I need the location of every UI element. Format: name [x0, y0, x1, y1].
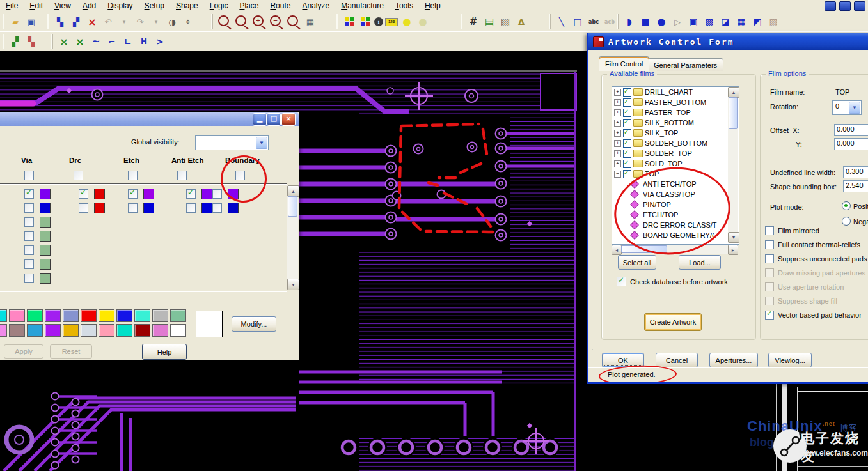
- menu-item[interactable]: Manufacture: [335, 1, 390, 11]
- cancel-button[interactable]: Cancel: [656, 353, 698, 367]
- dialog-titlebar[interactable]: Artwork Control Form: [588, 33, 868, 50]
- open-icon[interactable]: ▰: [8, 15, 22, 29]
- rect-icon[interactable]: □: [571, 15, 585, 29]
- film-select-checkbox[interactable]: [623, 170, 631, 178]
- text-disabled-icon[interactable]: acb: [603, 15, 617, 29]
- visibility-checkbox[interactable]: [212, 203, 222, 213]
- palette-color[interactable]: [27, 309, 43, 322]
- show-element-icon[interactable]: i: [374, 17, 383, 26]
- tree-expander-icon[interactable]: +: [614, 140, 621, 147]
- color-swatch[interactable]: [40, 203, 51, 213]
- menu-item[interactable]: Display: [102, 1, 138, 11]
- spread-icon[interactable]: ⌐: [105, 35, 119, 49]
- unrats-icon[interactable]: ×: [57, 35, 71, 49]
- palette-color[interactable]: [99, 324, 114, 337]
- selected-color-swatch[interactable]: [196, 311, 223, 337]
- drc-all-checkbox[interactable]: [74, 171, 83, 180]
- visibility-checkbox[interactable]: [128, 203, 138, 213]
- shape-add-icon[interactable]: ▣: [686, 15, 700, 29]
- film-option-row[interactable]: Full contact thermal-reliefs: [765, 240, 867, 249]
- option-checkbox[interactable]: [765, 311, 774, 320]
- palette-color[interactable]: [0, 324, 7, 337]
- close-button[interactable]: ×: [281, 113, 296, 126]
- copy-icon[interactable]: ▞: [69, 15, 83, 29]
- option-checkbox[interactable]: [765, 254, 774, 263]
- palette-color[interactable]: [170, 324, 186, 337]
- shape-void-icon[interactable]: ◩: [750, 15, 764, 29]
- boundary-all-checkbox[interactable]: [235, 171, 245, 180]
- zoom-in-icon[interactable]: +: [253, 15, 264, 26]
- hatch-disabled-icon[interactable]: ▨: [766, 15, 780, 29]
- film-option-row[interactable]: Use aperture rotation: [765, 282, 867, 291]
- dialog-titlebar[interactable]: ▁ □ ×: [0, 112, 299, 126]
- chevron-down-icon[interactable]: ▼: [849, 102, 860, 114]
- scroll-down-icon[interactable]: ▼: [728, 232, 739, 243]
- visibility-checkbox[interactable]: [24, 231, 34, 241]
- minimize-button[interactable]: ▁: [253, 113, 267, 126]
- shape-circle-icon[interactable]: ●: [654, 15, 668, 29]
- visibility-checkbox[interactable]: [212, 189, 222, 199]
- text-icon[interactable]: abc: [587, 15, 601, 29]
- etch-all-checkbox[interactable]: [128, 171, 138, 180]
- shape-arc-icon[interactable]: ◗: [622, 15, 636, 29]
- shape-bounding-box-field[interactable]: 2.540: [843, 180, 868, 192]
- film-select-checkbox[interactable]: [623, 129, 631, 137]
- film-option-row[interactable]: Film mirrored: [765, 226, 867, 235]
- visibility-checkbox[interactable]: [24, 245, 34, 255]
- tree-expander-icon[interactable]: +: [614, 99, 621, 106]
- tab-film-control[interactable]: Film Control: [599, 56, 649, 71]
- redo-icon[interactable]: ↷: [133, 15, 147, 29]
- apply-button[interactable]: Apply: [4, 344, 43, 359]
- color-swatch[interactable]: [40, 217, 51, 228]
- visibility-checkbox[interactable]: [24, 189, 34, 199]
- undefined-line-width-field[interactable]: 0.300: [843, 166, 868, 178]
- film-tree-item[interactable]: ETCH/TOP: [612, 210, 739, 220]
- tree-expander-icon[interactable]: +: [614, 150, 621, 157]
- menu-item[interactable]: Add: [77, 1, 102, 11]
- tree-expander-icon[interactable]: +: [614, 109, 621, 116]
- viewlog-button[interactable]: Viewlog...: [768, 353, 812, 367]
- maximize-button[interactable]: □: [267, 113, 281, 126]
- color-swatch[interactable]: [201, 189, 212, 199]
- menu-item[interactable]: View: [49, 1, 77, 11]
- scroll-down-icon[interactable]: ▼: [287, 279, 299, 290]
- check-database-row[interactable]: Check database before artwork: [617, 277, 728, 286]
- palette-color[interactable]: [45, 309, 61, 322]
- load-button[interactable]: Load...: [679, 255, 721, 270]
- mdi-close-icon[interactable]: [854, 1, 865, 11]
- visibility-checkbox[interactable]: [24, 274, 34, 283]
- palette-color[interactable]: [134, 324, 150, 337]
- film-select-checkbox[interactable]: [623, 109, 631, 117]
- shape-edit-icon[interactable]: ◪: [718, 15, 732, 29]
- film-tree-item[interactable]: ANTI ETCH/TOP: [612, 179, 739, 189]
- grid-scrollbar[interactable]: ▲ ▼: [287, 185, 298, 290]
- tab-general-parameters[interactable]: General Parameters: [647, 58, 723, 71]
- palette-color[interactable]: [152, 324, 168, 337]
- film-option-row[interactable]: Vector based pad behavior: [765, 311, 867, 319]
- palette-color[interactable]: [27, 324, 43, 337]
- visibility-checkbox[interactable]: [186, 203, 196, 213]
- zoom-fit-icon[interactable]: [235, 15, 246, 26]
- place-outline-icon[interactable]: ▚: [24, 35, 38, 49]
- film-select-checkbox[interactable]: [623, 88, 631, 97]
- film-tree-item[interactable]: − TOP: [612, 169, 739, 179]
- scrollbar-thumb[interactable]: [288, 196, 297, 217]
- slide-icon[interactable]: ~: [89, 35, 103, 49]
- show-measure-icon[interactable]: 123: [385, 18, 398, 26]
- color-swatch[interactable]: [143, 203, 154, 213]
- color-swatch[interactable]: [228, 203, 239, 213]
- plot-positive-radio[interactable]: [842, 201, 851, 210]
- offset-y-field[interactable]: 0.000: [834, 138, 868, 150]
- menu-item[interactable]: Edit: [24, 1, 49, 11]
- film-tree-item[interactable]: + PASTER_BOTTOM: [612, 97, 739, 107]
- film-tree-item[interactable]: DRC ERROR CLASS/T: [612, 220, 739, 230]
- menu-item[interactable]: Setup: [139, 1, 170, 11]
- option-checkbox[interactable]: [765, 297, 774, 305]
- palette-color[interactable]: [152, 309, 168, 322]
- film-tree-item[interactable]: + SOLDER_TOP: [612, 148, 739, 158]
- film-tree-item[interactable]: + SOLDER_BOTTOM: [612, 138, 739, 148]
- delete-icon[interactable]: ×: [85, 15, 99, 29]
- tree-expander-icon[interactable]: +: [614, 89, 621, 96]
- tree-expander-icon[interactable]: +: [614, 160, 621, 167]
- visibility-checkbox[interactable]: [128, 189, 138, 199]
